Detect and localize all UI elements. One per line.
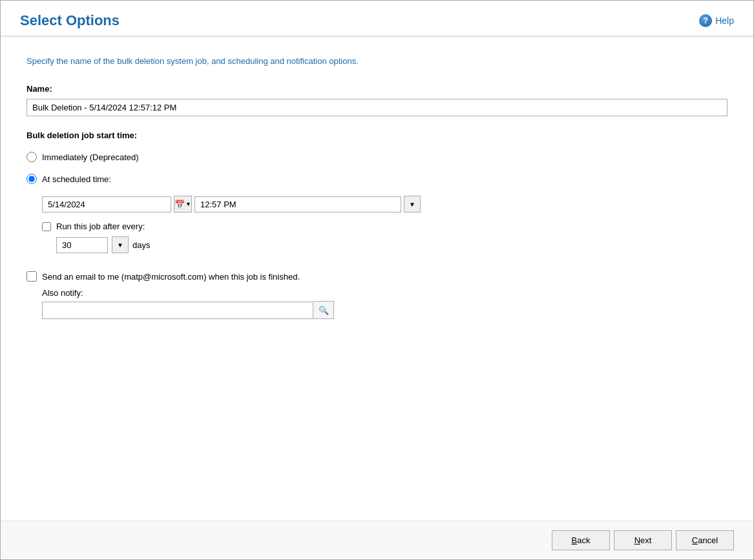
back-button[interactable]: Back (552, 530, 610, 550)
run-job-label[interactable]: Run this job after every: (56, 222, 145, 231)
help-label: Help (715, 16, 734, 26)
name-field-group: Name: (26, 84, 728, 116)
date-input[interactable] (42, 196, 171, 213)
next-button[interactable]: Next (614, 530, 672, 550)
interval-input[interactable] (56, 237, 108, 253)
scheduled-radio[interactable] (26, 174, 37, 184)
time-chevron-icon: ▼ (409, 201, 415, 208)
interval-chevron-icon: ▼ (117, 242, 123, 249)
name-label: Name: (26, 84, 728, 94)
interval-row: ▼ days (56, 236, 728, 253)
help-link[interactable]: ? Help (699, 14, 734, 27)
email-checkbox[interactable] (26, 271, 37, 282)
scheduled-label[interactable]: At scheduled time: (42, 174, 111, 184)
start-time-group: Bulk deletion job start time: Immediatel… (26, 130, 728, 253)
calendar-icon: 📅 (174, 200, 185, 209)
time-input[interactable] (194, 196, 401, 213)
dialog-header: Select Options ? Help (1, 1, 753, 37)
run-job-row: Run this job after every: (42, 222, 728, 231)
description-text: Specify the name of the bulk deletion sy… (26, 56, 728, 66)
dialog-footer: Back Next Cancel (1, 521, 753, 559)
start-time-label: Bulk deletion job start time: (26, 130, 728, 140)
help-icon: ? (699, 14, 712, 27)
search-icon: 🔍 (319, 306, 329, 315)
also-notify-label: Also notify: (42, 288, 728, 298)
days-label: days (132, 240, 150, 250)
notify-input-row: 🔍 (42, 301, 728, 319)
back-underline: Back (572, 535, 591, 545)
run-job-checkbox[interactable] (42, 222, 51, 231)
immediately-option: Immediately (Deprecated) (26, 152, 728, 162)
scheduled-time-row: 📅 ▼ ▼ (42, 196, 728, 213)
notify-search-button[interactable]: 🔍 (313, 301, 334, 319)
immediately-radio[interactable] (26, 152, 37, 162)
calendar-button[interactable]: 📅 ▼ (174, 196, 192, 213)
page-title: Select Options (20, 12, 120, 29)
email-label[interactable]: Send an email to me (matp@microsoft.com)… (42, 272, 300, 282)
select-options-dialog: Select Options ? Help Specify the name o… (0, 0, 754, 560)
email-checkbox-row: Send an email to me (matp@microsoft.com)… (26, 271, 728, 282)
next-underline: Next (634, 535, 652, 545)
name-input[interactable] (26, 99, 728, 116)
immediately-label[interactable]: Immediately (Deprecated) (42, 152, 139, 162)
also-notify-row: Also notify: 🔍 (42, 288, 728, 319)
cancel-underline: Cancel (692, 535, 718, 545)
calendar-chevron-icon: ▼ (185, 201, 191, 207)
interval-dropdown-button[interactable]: ▼ (112, 236, 129, 253)
scheduled-option: At scheduled time: (26, 174, 728, 184)
dialog-content: Specify the name of the bulk deletion sy… (1, 37, 753, 521)
notify-input[interactable] (42, 302, 313, 319)
cancel-button[interactable]: Cancel (676, 530, 734, 550)
email-section: Send an email to me (matp@microsoft.com)… (26, 271, 728, 319)
time-dropdown-button[interactable]: ▼ (404, 196, 421, 213)
